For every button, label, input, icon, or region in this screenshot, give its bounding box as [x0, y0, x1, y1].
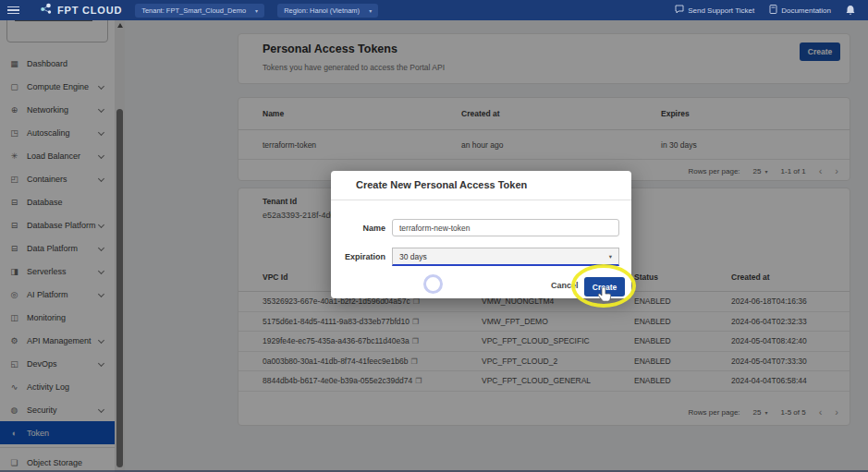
- documentation-link[interactable]: Documentation: [769, 5, 831, 16]
- documentation-label: Documentation: [781, 6, 831, 15]
- app-window: FPT CLOUD Tenant: FPT_Smart_Cloud_Demo ▾…: [0, 0, 868, 472]
- expiration-field-label: Expiration: [331, 252, 385, 261]
- notifications-bell-icon[interactable]: [846, 6, 855, 16]
- expiration-selected-value: 30 days: [399, 252, 427, 261]
- support-label: Send Support Ticket: [688, 6, 754, 15]
- chevron-down-icon: ▾: [369, 7, 372, 14]
- tenant-label: Tenant: FPT_Smart_Cloud_Demo: [141, 6, 246, 15]
- tenant-selector[interactable]: Tenant: FPT_Smart_Cloud_Demo ▾: [135, 4, 264, 18]
- expiration-select[interactable]: 30 days ▾: [392, 248, 619, 266]
- molecule-logo-icon: [40, 2, 54, 18]
- chevron-down-icon: ▾: [609, 253, 612, 260]
- token-name-input[interactable]: [392, 219, 619, 236]
- create-token-modal: Create New Personal Access Token Name Ex…: [331, 171, 631, 298]
- modal-title: Create New Personal Access Token: [356, 179, 527, 190]
- cancel-button[interactable]: Cancel: [551, 281, 579, 290]
- modal-create-button[interactable]: Create: [584, 277, 625, 297]
- region-label: Region: Hanoi (Vietnam): [284, 6, 360, 15]
- modal-divider: [331, 200, 631, 200]
- logo-text: FPT CLOUD: [57, 5, 122, 16]
- loading-spinner: [423, 274, 443, 294]
- hamburger-menu-icon[interactable]: [7, 5, 19, 17]
- support-chat-icon: [675, 5, 684, 16]
- region-selector[interactable]: Region: Hanoi (Vietnam) ▾: [277, 4, 378, 18]
- send-support-ticket-link[interactable]: Send Support Ticket: [675, 5, 754, 16]
- fpt-cloud-logo: FPT CLOUD: [40, 2, 122, 18]
- name-field-label: Name: [331, 224, 385, 233]
- document-icon: [769, 5, 777, 16]
- chevron-down-icon: ▾: [255, 7, 258, 14]
- top-navbar: FPT CLOUD Tenant: FPT_Smart_Cloud_Demo ▾…: [0, 0, 868, 20]
